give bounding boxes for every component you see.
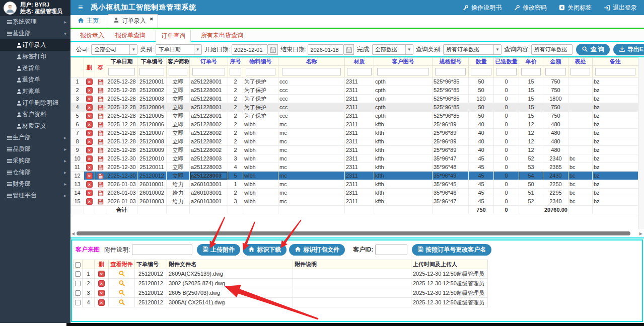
company-select[interactable]: 全部公司▼: [91, 44, 137, 55]
sidebar-item-production-dept[interactable]: 生产部▸: [0, 132, 70, 143]
order-row[interactable]: 12×2025-12-3025120012立即a2512280035wlbhmc…: [71, 172, 638, 180]
order-row[interactable]: 5×2025-12-2825120005立即a2512280012为了保护ccc…: [71, 112, 638, 120]
customer-id-input[interactable]: [375, 244, 407, 255]
delete-attachment-button[interactable]: ×: [98, 290, 105, 296]
column-filter-input-8[interactable]: [377, 68, 428, 75]
order-row[interactable]: 13×2026-01-0326010001给力a2601030011wlbhmc…: [71, 180, 638, 189]
sidebar-item-order-entry[interactable]: 订单录入: [0, 39, 70, 51]
save-row-button[interactable]: [98, 96, 104, 102]
sidebar-item-statement[interactable]: 对账单: [0, 86, 70, 97]
select-all-checkbox[interactable]: [75, 262, 81, 268]
attachment-row[interactable]: 1×251200122609A(CX25139).dwg2025-12-30 1…: [74, 269, 488, 279]
subtab-quote-entry[interactable]: 报价录入: [79, 30, 105, 41]
order-row[interactable]: 10×2025-12-3025120010立即a2512280033wlbhmc…: [71, 154, 638, 163]
column-filter-input-14[interactable]: [570, 68, 591, 75]
delete-button[interactable]: ×: [86, 104, 93, 111]
vertical-scrollbar[interactable]: [638, 57, 644, 229]
sidebar-item-label-print[interactable]: 标签打印: [0, 51, 70, 62]
delete-button[interactable]: ×: [86, 198, 93, 205]
category-select[interactable]: 下单日期▼: [156, 44, 202, 55]
column-filter-input-6[interactable]: [282, 68, 341, 75]
subtab-quote-query[interactable]: 报价单查询: [114, 30, 147, 41]
column-filter-input-12[interactable]: [521, 68, 541, 75]
order-row[interactable]: 9×2025-12-2825120009立即a2512280022wlbhmc2…: [71, 146, 638, 154]
query-content-input[interactable]: [531, 44, 573, 55]
start-date-input[interactable]: [232, 44, 268, 55]
row-checkbox[interactable]: [75, 290, 81, 296]
attachment-note-input[interactable]: [132, 244, 192, 255]
order-id-cell[interactable]: a251228003: [190, 172, 228, 180]
sidebar-item-material-definition[interactable]: 材质定义: [0, 120, 70, 132]
query-type-select[interactable]: 所有订单数据▼: [443, 44, 502, 55]
end-date-input[interactable]: [308, 44, 344, 55]
sidebar-item-purchasing-dept[interactable]: 采购部▸: [0, 155, 70, 167]
column-filter-input-9[interactable]: [435, 68, 466, 75]
sidebar-item-management-platform[interactable]: 管理平台▸: [0, 190, 70, 201]
save-row-button[interactable]: [98, 165, 104, 171]
tab-home[interactable]: 主页: [70, 17, 105, 28]
column-filter-input-2[interactable]: [169, 68, 188, 75]
order-row[interactable]: 6×2025-12-2825120006立即a2512280022wlbhmc2…: [71, 120, 638, 129]
view-attachment-button[interactable]: [118, 299, 125, 306]
save-row-button[interactable]: [98, 173, 104, 179]
order-row[interactable]: 14×2026-01-0326010002给力a2601030012wlbhmc…: [71, 189, 638, 197]
delete-button[interactable]: ×: [86, 164, 93, 171]
label-download-button[interactable]: 标识下载: [243, 244, 287, 256]
save-row-button[interactable]: [98, 147, 104, 153]
view-attachment-button[interactable]: [118, 289, 125, 296]
h-scroll-thumb[interactable]: [77, 231, 630, 235]
row-checkbox[interactable]: [75, 300, 81, 305]
column-filter-input-4[interactable]: [230, 68, 241, 75]
complete-select[interactable]: 全部数据▼: [372, 44, 413, 55]
tab-order-entry[interactable]: 订单录入 ✖: [108, 14, 158, 28]
delete-button[interactable]: ×: [86, 173, 93, 179]
save-row-button[interactable]: [98, 130, 104, 136]
delete-attachment-button[interactable]: ×: [98, 271, 105, 277]
delete-button[interactable]: ×: [86, 147, 93, 153]
save-row-button[interactable]: [98, 113, 104, 119]
save-row-button[interactable]: [98, 139, 104, 145]
upload-attachment-button[interactable]: 上传附件: [197, 244, 240, 256]
order-row[interactable]: 7×2025-12-2825120007立即a2512280022wlbhmc2…: [71, 129, 638, 137]
delete-button[interactable]: ×: [86, 155, 93, 162]
save-row-button[interactable]: [98, 182, 104, 188]
column-filter-input-0[interactable]: [108, 68, 134, 75]
delete-button[interactable]: ×: [86, 130, 93, 136]
save-row-button[interactable]: [98, 199, 104, 205]
column-filter-input-10[interactable]: [471, 68, 491, 75]
close-tab-icon[interactable]: ✖: [150, 17, 154, 22]
delete-attachment-button[interactable]: ×: [98, 299, 105, 306]
export-excel-button[interactable]: 导出EXCEL: [613, 44, 644, 55]
save-row-button[interactable]: [98, 105, 104, 111]
save-row-button[interactable]: [98, 122, 104, 128]
order-row[interactable]: 3×2025-12-2825120003立即a2512280012为了保护ccc…: [71, 95, 638, 103]
scroll-right-icon[interactable]: ▶: [639, 231, 642, 236]
delete-button[interactable]: ×: [86, 190, 93, 196]
subtab-order-query[interactable]: 订单查询: [156, 30, 191, 42]
label-package-button[interactable]: 标识打包文件: [289, 244, 345, 256]
view-attachment-button[interactable]: [118, 280, 125, 287]
view-attachment-button[interactable]: [118, 270, 125, 277]
delete-button[interactable]: ×: [86, 113, 93, 119]
logout-button[interactable]: 退出登录: [604, 4, 637, 12]
rename-by-order-button[interactable]: 按照订单号更改客户名: [412, 244, 491, 256]
sidebar-item-warehouse-dept[interactable]: 仓储部▸: [0, 167, 70, 178]
column-filter-input-15[interactable]: [595, 68, 635, 75]
order-row[interactable]: 11×2025-12-3025120011立即a2512280034wlbhmc…: [71, 163, 638, 172]
attachment-row[interactable]: 3×251200122605 B(250703).dwg2025-12-30 1…: [74, 288, 488, 298]
end-date-input-picker-button[interactable]: [344, 44, 354, 55]
sidebar-item-order-delete-detail[interactable]: 订单删除明细: [0, 97, 70, 109]
delete-button[interactable]: ×: [86, 121, 93, 128]
sidebar-item-sales-dept[interactable]: 营业部▾: [0, 28, 70, 39]
column-filter-input-5[interactable]: [246, 68, 276, 75]
scroll-left-icon[interactable]: ◀: [71, 231, 75, 236]
sidebar-item-customer-info[interactable]: 客户资料: [0, 109, 70, 120]
order-row[interactable]: 15×2026-01-0326010003给力a2601030013wlbhmc…: [71, 197, 638, 206]
subtab-pending-shipment-query[interactable]: 所有未出货查询: [200, 30, 244, 41]
order-row[interactable]: 4×2025-12-2825120004立即a2512280012为了保护ccc…: [71, 103, 638, 112]
change-password-button[interactable]: 修改密码: [514, 4, 547, 12]
delete-button[interactable]: ×: [86, 138, 93, 145]
delete-button[interactable]: ×: [86, 78, 93, 85]
delete-button[interactable]: ×: [86, 96, 93, 102]
delete-button[interactable]: ×: [86, 181, 93, 188]
